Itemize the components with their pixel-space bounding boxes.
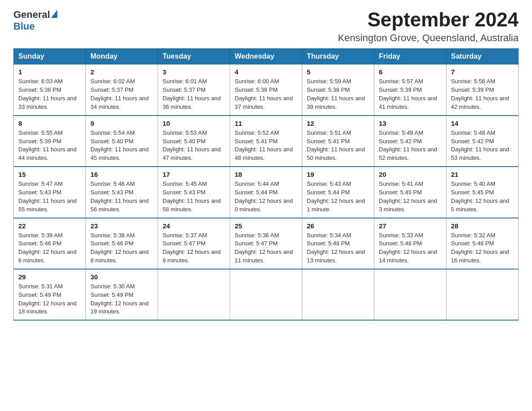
day-number: 28 (451, 222, 514, 230)
day-number: 4 (235, 68, 297, 76)
calendar-cell: 8 Sunrise: 5:55 AM Sunset: 5:39 PM Dayli… (14, 116, 86, 167)
sunset-text: Sunset: 5:40 PM (90, 138, 133, 145)
daylight-text: Daylight: 11 hours and 50 minutes. (307, 146, 365, 161)
weekday-header-wednesday: Wednesday (230, 49, 302, 64)
sunset-text: Sunset: 5:39 PM (18, 138, 61, 145)
sunset-text: Sunset: 5:42 PM (379, 138, 422, 145)
day-info: Sunrise: 5:52 AM Sunset: 5:41 PM Dayligh… (235, 129, 297, 163)
sunrise-text: Sunrise: 5:49 AM (379, 129, 423, 136)
daylight-text: Daylight: 11 hours and 55 minutes. (18, 197, 77, 213)
day-info: Sunrise: 5:53 AM Sunset: 5:40 PM Dayligh… (163, 129, 225, 163)
calendar-cell: 10 Sunrise: 5:53 AM Sunset: 5:40 PM Dayl… (158, 116, 230, 167)
sunrise-text: Sunrise: 5:54 AM (90, 129, 135, 136)
calendar-cell: 22 Sunrise: 5:39 AM Sunset: 5:46 PM Dayl… (14, 218, 86, 269)
sunset-text: Sunset: 5:45 PM (379, 189, 422, 196)
sunrise-text: Sunrise: 5:57 AM (379, 78, 423, 85)
calendar-cell: 4 Sunrise: 6:00 AM Sunset: 5:38 PM Dayli… (230, 64, 302, 116)
daylight-text: Daylight: 11 hours and 52 minutes. (379, 146, 437, 161)
day-info: Sunrise: 5:47 AM Sunset: 5:43 PM Dayligh… (18, 180, 81, 214)
day-info: Sunrise: 5:38 AM Sunset: 5:46 PM Dayligh… (90, 231, 153, 265)
calendar-cell (158, 269, 230, 320)
calendar-cell (374, 269, 446, 320)
daylight-text: Daylight: 12 hours and 18 minutes. (18, 300, 77, 315)
calendar-cell: 7 Sunrise: 5:56 AM Sunset: 5:39 PM Dayli… (446, 64, 519, 116)
weekday-header-sunday: Sunday (14, 49, 86, 64)
sunrise-text: Sunrise: 6:01 AM (163, 78, 207, 85)
daylight-text: Daylight: 12 hours and 6 minutes. (18, 248, 77, 264)
calendar-cell: 30 Sunrise: 5:30 AM Sunset: 5:49 PM Dayl… (86, 269, 158, 320)
sunset-text: Sunset: 5:43 PM (163, 189, 206, 196)
day-number: 1 (18, 68, 81, 76)
sunset-text: Sunset: 5:38 PM (235, 86, 278, 93)
day-number: 26 (307, 222, 369, 230)
sunrise-text: Sunrise: 5:32 AM (451, 232, 495, 239)
daylight-text: Daylight: 12 hours and 5 minutes. (451, 197, 509, 213)
sunrise-text: Sunrise: 5:43 AM (307, 180, 351, 187)
day-info: Sunrise: 6:02 AM Sunset: 5:37 PM Dayligh… (90, 77, 153, 111)
weekday-header-friday: Friday (374, 49, 446, 64)
sunset-text: Sunset: 5:41 PM (307, 138, 350, 145)
logo: General Blue (13, 9, 57, 32)
daylight-text: Daylight: 11 hours and 33 minutes. (18, 95, 77, 110)
day-info: Sunrise: 5:59 AM Sunset: 5:38 PM Dayligh… (307, 77, 369, 111)
day-info: Sunrise: 5:34 AM Sunset: 5:48 PM Dayligh… (307, 231, 369, 265)
calendar-cell: 27 Sunrise: 5:33 AM Sunset: 5:48 PM Dayl… (374, 218, 446, 269)
logo-general-text: General (13, 9, 50, 21)
calendar-cell: 16 Sunrise: 5:46 AM Sunset: 5:43 PM Dayl… (86, 167, 158, 218)
daylight-text: Daylight: 12 hours and 19 minutes. (90, 300, 149, 315)
day-number: 8 (18, 120, 81, 127)
calendar-cell (230, 269, 302, 320)
calendar-cell: 3 Sunrise: 6:01 AM Sunset: 5:37 PM Dayli… (158, 64, 230, 116)
day-info: Sunrise: 5:56 AM Sunset: 5:39 PM Dayligh… (451, 77, 514, 111)
logo-triangle-icon (51, 10, 57, 18)
daylight-text: Daylight: 11 hours and 41 minutes. (379, 95, 437, 110)
day-info: Sunrise: 5:40 AM Sunset: 5:45 PM Dayligh… (451, 180, 514, 214)
day-number: 2 (90, 68, 153, 76)
day-number: 3 (163, 68, 225, 76)
daylight-text: Daylight: 11 hours and 34 minutes. (90, 95, 149, 110)
calendar-cell: 26 Sunrise: 5:34 AM Sunset: 5:48 PM Dayl… (302, 218, 374, 269)
sunset-text: Sunset: 5:39 PM (451, 86, 494, 93)
day-number: 29 (18, 273, 81, 281)
daylight-text: Daylight: 12 hours and 11 minutes. (235, 248, 293, 264)
calendar-cell: 24 Sunrise: 5:37 AM Sunset: 5:47 PM Dayl… (158, 218, 230, 269)
day-number: 19 (307, 171, 369, 178)
day-number: 7 (451, 68, 514, 76)
title-area: September 2024 Kensington Grove, Queensl… (338, 9, 519, 44)
daylight-text: Daylight: 12 hours and 9 minutes. (163, 248, 221, 264)
day-number: 6 (379, 68, 442, 76)
daylight-text: Daylight: 11 hours and 45 minutes. (90, 146, 149, 161)
weekday-header-thursday: Thursday (302, 49, 374, 64)
day-info: Sunrise: 5:51 AM Sunset: 5:41 PM Dayligh… (307, 129, 369, 163)
day-number: 25 (235, 222, 297, 230)
daylight-text: Daylight: 12 hours and 14 minutes. (379, 248, 437, 264)
day-number: 24 (163, 222, 225, 230)
sunrise-text: Sunrise: 5:55 AM (18, 129, 63, 136)
daylight-text: Daylight: 11 hours and 44 minutes. (18, 146, 77, 161)
sunrise-text: Sunrise: 5:45 AM (163, 180, 207, 187)
day-info: Sunrise: 5:48 AM Sunset: 5:42 PM Dayligh… (451, 129, 514, 163)
sunrise-text: Sunrise: 6:02 AM (90, 78, 135, 85)
sunset-text: Sunset: 5:48 PM (451, 240, 494, 247)
sunset-text: Sunset: 5:41 PM (235, 138, 278, 145)
sunset-text: Sunset: 5:44 PM (235, 189, 278, 196)
sunset-text: Sunset: 5:37 PM (90, 86, 133, 93)
day-info: Sunrise: 5:33 AM Sunset: 5:48 PM Dayligh… (379, 231, 442, 265)
day-info: Sunrise: 5:54 AM Sunset: 5:40 PM Dayligh… (90, 129, 153, 163)
sunset-text: Sunset: 5:48 PM (307, 240, 350, 247)
calendar-cell: 5 Sunrise: 5:59 AM Sunset: 5:38 PM Dayli… (302, 64, 374, 116)
sunset-text: Sunset: 5:46 PM (18, 240, 61, 247)
daylight-text: Daylight: 12 hours and 3 minutes. (379, 197, 437, 213)
day-number: 11 (235, 120, 297, 127)
daylight-text: Daylight: 11 hours and 53 minutes. (451, 146, 509, 161)
day-number: 21 (451, 171, 514, 178)
day-info: Sunrise: 5:32 AM Sunset: 5:48 PM Dayligh… (451, 231, 514, 265)
calendar-cell: 23 Sunrise: 5:38 AM Sunset: 5:46 PM Dayl… (86, 218, 158, 269)
calendar-cell: 14 Sunrise: 5:48 AM Sunset: 5:42 PM Dayl… (446, 116, 519, 167)
day-number: 17 (163, 171, 225, 178)
day-number: 15 (18, 171, 81, 178)
sunrise-text: Sunrise: 6:00 AM (235, 78, 279, 85)
day-number: 12 (307, 120, 369, 127)
calendar-table: SundayMondayTuesdayWednesdayThursdayFrid… (13, 48, 519, 321)
sunrise-text: Sunrise: 5:44 AM (235, 180, 279, 187)
